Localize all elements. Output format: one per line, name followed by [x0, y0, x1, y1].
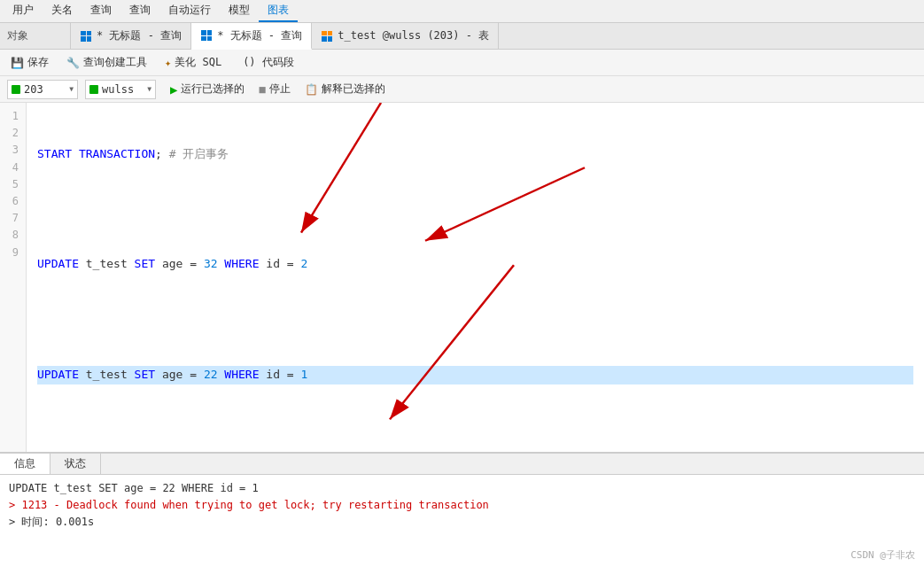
nav-query2[interactable]: 查询 — [120, 0, 159, 22]
code-line-4 — [37, 311, 913, 330]
tab-table[interactable]: t_test @wulss (203) - 表 — [312, 23, 499, 49]
query-builder-button[interactable]: 🔧 查询创建工具 — [63, 53, 151, 72]
connection-status-dot — [12, 85, 20, 94]
object-panel-label: 对象 — [0, 23, 71, 49]
tab-bar: 对象 * 无标题 - 查询 * 无标题 - 查询 t_test @wulss (… — [0, 23, 924, 50]
table-icon — [321, 30, 333, 43]
query-icon2 — [200, 29, 213, 42]
nav-alias[interactable]: 关名 — [43, 0, 82, 22]
code-editor[interactable]: START TRANSACTION; # 开启事务 UPDATE t_test … — [27, 103, 924, 452]
dropdown-arrow: ▼ — [69, 85, 74, 93]
beautify-icon: ✦ — [165, 57, 171, 69]
db-name-select[interactable]: wulss ▼ — [85, 80, 156, 99]
beautify-button[interactable]: ✦ 美化 SQL — [161, 53, 225, 72]
tab-query1[interactable]: * 无标题 - 查询 — [71, 23, 191, 49]
code-line-2 — [37, 200, 913, 219]
query-builder-icon: 🔧 — [66, 57, 80, 69]
code-line-3: UPDATE t_test SET age = 32 WHERE id = 2 — [37, 255, 913, 274]
nav-user[interactable]: 用户 — [4, 0, 43, 22]
code-line-6 — [37, 422, 913, 440]
result-sql: UPDATE t_test SET age = 22 WHERE id = 1 — [9, 480, 915, 497]
result-error: > 1213 - Deadlock found when trying to g… — [9, 497, 915, 514]
bottom-tab-status[interactable]: 状态 — [50, 454, 101, 474]
dropdown-arrow2: ▼ — [147, 85, 151, 93]
nav-autorun[interactable]: 自动运行 — [159, 0, 220, 22]
nav-chart[interactable]: 图表 — [259, 0, 298, 22]
connection-status-dot2 — [89, 85, 98, 94]
toolbar: 💾 保存 🔧 查询创建工具 ✦ 美化 SQL () 代码段 — [0, 50, 924, 76]
top-nav: 用户 关名 查询 查询 自动运行 模型 图表 — [0, 0, 924, 23]
query-icon — [80, 30, 92, 43]
stop-button[interactable]: ■ 停止 — [259, 82, 290, 97]
nav-items: 用户 关名 查询 查询 自动运行 模型 图表 — [4, 0, 298, 22]
stop-icon: ■ — [259, 83, 265, 96]
save-button[interactable]: 💾 保存 — [7, 53, 52, 72]
result-time: > 时间: 0.001s — [9, 514, 915, 531]
code-line-1: START TRANSACTION; # 开启事务 — [37, 145, 913, 164]
bottom-tabs: 信息 状态 — [0, 454, 924, 475]
play-icon: ▶ — [170, 82, 177, 97]
editor-area: 1 2 3 4 5 6 7 8 9 START TRANSACTION; # 开… — [0, 103, 924, 452]
nav-model[interactable]: 模型 — [220, 0, 259, 22]
explain-button[interactable]: 📋 解释已选择的 — [305, 82, 385, 97]
bottom-content: UPDATE t_test SET age = 22 WHERE id = 1 … — [0, 475, 924, 567]
save-icon: 💾 — [11, 57, 24, 69]
bottom-tab-info[interactable]: 信息 — [0, 454, 50, 474]
line-numbers: 1 2 3 4 5 6 7 8 9 — [0, 103, 27, 452]
decode-button[interactable]: () 代码段 — [236, 53, 298, 72]
watermark: CSDN @子非农 — [850, 548, 915, 562]
nav-query[interactable]: 查询 — [82, 0, 120, 22]
db-id-select[interactable]: 203 ▼ — [7, 80, 78, 99]
explain-icon: 📋 — [305, 83, 318, 96]
code-line-5: UPDATE t_test SET age = 22 WHERE id = 1 — [37, 366, 913, 384]
bottom-panel: 信息 状态 UPDATE t_test SET age = 22 WHERE i… — [0, 452, 924, 567]
conn-bar: 203 ▼ wulss ▼ ▶ 运行已选择的 ■ 停止 📋 解释已选择的 — [0, 76, 924, 103]
run-button[interactable]: ▶ 运行已选择的 — [170, 82, 245, 97]
tab-query2[interactable]: * 无标题 - 查询 — [191, 23, 312, 50]
